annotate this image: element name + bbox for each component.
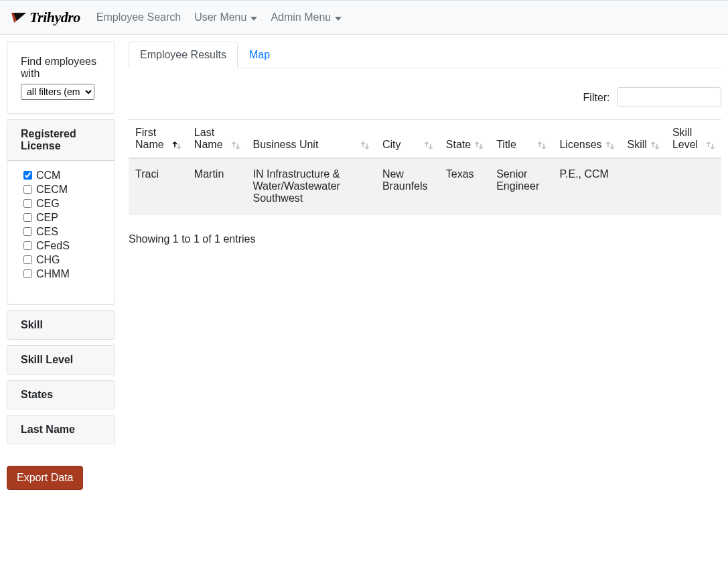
license-label: CEG (36, 198, 60, 210)
license-label: CEP (36, 212, 58, 224)
license-checkbox[interactable] (23, 255, 32, 264)
sort-icon (171, 140, 182, 151)
column-label: Business Unit (253, 139, 319, 151)
skill-level-header[interactable]: Skill Level (7, 346, 115, 374)
table-row[interactable]: TraciMartinIN Infrastructure & Water/Was… (129, 158, 721, 214)
export-data-button[interactable]: Export Data (7, 466, 83, 490)
column-label: State (446, 139, 471, 151)
license-option[interactable]: CEP (21, 211, 109, 224)
license-checkbox[interactable] (23, 269, 32, 278)
license-option[interactable]: CCM (21, 169, 109, 182)
column-header[interactable]: First Name (129, 120, 188, 159)
sort-icon (474, 140, 484, 151)
license-label: CHG (36, 254, 60, 266)
main-content: Employee Results Map Filter: First NameL… (129, 42, 721, 245)
license-checkbox[interactable] (23, 185, 32, 194)
find-employees-label: Find employees with (21, 56, 101, 80)
license-checkbox[interactable] (23, 241, 32, 250)
column-header[interactable]: Title (490, 120, 553, 159)
table-cell (666, 158, 721, 214)
page-body: Find employees with all filters (employe… (0, 35, 728, 497)
filter-input[interactable] (617, 87, 721, 107)
tab-map[interactable]: Map (238, 42, 281, 68)
license-option[interactable]: CFedS (21, 239, 109, 252)
states-panel: States (7, 380, 115, 409)
registered-license-panel: Registered License CCMCECMCEGCEPCESCFedS… (7, 119, 115, 305)
column-label: Title (496, 139, 516, 151)
license-checkbox[interactable] (23, 213, 32, 222)
column-header[interactable]: Skill Level (666, 120, 721, 159)
column-label: Last Name (194, 127, 228, 151)
find-employees-select[interactable]: all filters (employee match) (21, 84, 94, 100)
last-name-header[interactable]: Last Name (7, 416, 115, 444)
license-option[interactable]: CHMM (21, 267, 109, 280)
table-cell: Traci (129, 158, 188, 214)
license-label: CFedS (36, 240, 70, 252)
column-header[interactable]: Business Unit (246, 120, 376, 159)
skill-level-panel: Skill Level (7, 345, 115, 375)
license-label: CHMM (36, 268, 70, 280)
nav-label: User Menu (194, 11, 246, 23)
license-checkbox[interactable] (23, 227, 32, 236)
brand-text: Trihydro (29, 9, 80, 26)
nav-label: Admin Menu (271, 11, 331, 23)
table-cell: New Braunfels (376, 158, 439, 214)
license-checkbox[interactable] (23, 171, 32, 180)
sort-icon (230, 140, 241, 151)
caret-down-icon (335, 11, 342, 23)
skill-panel: Skill (7, 310, 115, 340)
states-header[interactable]: States (7, 381, 115, 409)
registered-license-header[interactable]: Registered License (7, 120, 115, 161)
table-cell (621, 158, 666, 214)
skill-header[interactable]: Skill (7, 311, 115, 339)
employee-table: First NameLast NameBusiness UnitCityStat… (129, 119, 721, 214)
license-checkbox[interactable] (23, 199, 32, 208)
license-option[interactable]: CEG (21, 197, 109, 210)
table-info: Showing 1 to 1 of 1 entries (129, 214, 721, 245)
tabs: Employee Results Map (129, 42, 721, 68)
table-filter: Filter: (129, 68, 721, 119)
last-name-panel: Last Name (7, 415, 115, 444)
nav-user-menu[interactable]: User Menu (189, 6, 263, 29)
table-cell: Senior Engineer (490, 158, 553, 214)
nav-label: Employee Search (96, 11, 181, 23)
tab-employee-results[interactable]: Employee Results (129, 42, 238, 68)
license-checklist[interactable]: CCMCECMCEGCEPCESCFedSCHGCHMM (21, 169, 109, 296)
sort-icon (423, 140, 434, 151)
column-label: Licenses (559, 139, 601, 151)
license-option[interactable]: CHG (21, 253, 109, 266)
brand-link[interactable]: Trihydro (11, 9, 80, 26)
license-label: CES (36, 226, 58, 238)
navbar: Trihydro Employee Search User Menu Admin… (0, 0, 728, 35)
license-option[interactable]: CECM (21, 183, 109, 196)
license-label: CECM (36, 184, 68, 196)
column-label: First Name (135, 127, 169, 151)
column-header[interactable]: Licenses (553, 120, 620, 159)
column-header[interactable]: Skill (621, 120, 666, 159)
table-cell: Texas (439, 158, 490, 214)
column-header[interactable]: State (439, 120, 490, 159)
table-cell: P.E., CCM (553, 158, 620, 214)
sort-icon (705, 140, 716, 151)
nav-employee-search[interactable]: Employee Search (91, 6, 186, 29)
column-header[interactable]: Last Name (188, 120, 246, 159)
sort-icon (360, 140, 370, 151)
license-option[interactable]: CES (21, 225, 109, 238)
filter-label: Filter: (583, 92, 610, 103)
table-cell: IN Infrastructure & Water/Wastewater Sou… (246, 158, 376, 214)
sort-icon (536, 140, 547, 151)
sidebar: Find employees with all filters (employe… (7, 42, 115, 490)
sort-icon (650, 140, 660, 151)
nav-admin-menu[interactable]: Admin Menu (265, 6, 347, 29)
column-header[interactable]: City (376, 120, 439, 159)
column-label: City (382, 139, 401, 151)
table-cell: Martin (188, 158, 246, 214)
find-employees-card: Find employees with all filters (employe… (7, 42, 115, 114)
license-label: CCM (36, 170, 60, 182)
brand-logo-icon (11, 11, 27, 24)
column-label: Skill (628, 139, 647, 151)
column-label: Skill Level (672, 127, 703, 151)
caret-down-icon (250, 11, 257, 23)
sort-icon (605, 140, 615, 151)
